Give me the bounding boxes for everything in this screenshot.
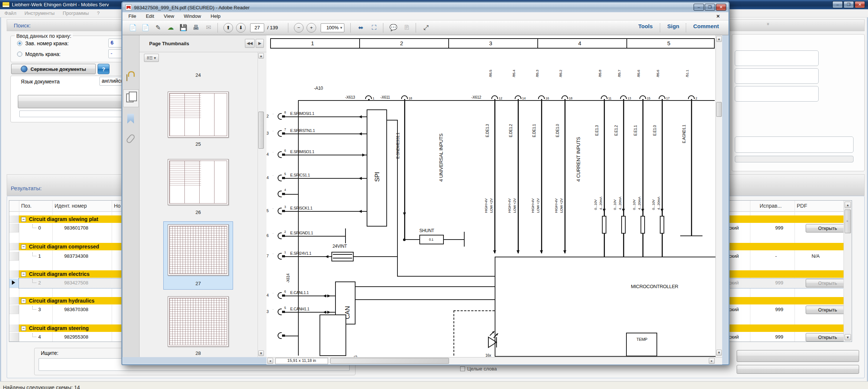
cloud-upload-icon[interactable]: ☁	[166, 23, 176, 33]
whole-words-checkbox[interactable]	[460, 366, 465, 371]
open-pdf-button[interactable]: Открыть	[806, 224, 849, 233]
bookmarks-icon[interactable]	[127, 114, 134, 123]
cell-id: 982955308	[64, 334, 88, 340]
bg-minimize-button[interactable]: –	[832, 1, 843, 8]
zoom-level-select[interactable]: 100%▼	[321, 23, 344, 32]
adobe-menu-view[interactable]: View	[164, 13, 174, 19]
right-bottom-bar-2[interactable]	[737, 365, 859, 374]
print-icon[interactable]: 🖶	[191, 23, 201, 33]
fit-page-icon[interactable]: ⛶	[369, 23, 379, 33]
scroll-left-icon[interactable]: ◂	[267, 358, 273, 364]
thumbnail-content	[169, 298, 227, 345]
page-number-input[interactable]: 27	[250, 23, 264, 32]
right-bottom-bar-1[interactable]	[737, 350, 859, 362]
scroll-right-icon[interactable]: ▸	[709, 358, 715, 364]
next-page-button[interactable]: ⬇	[236, 23, 246, 33]
fullscreen-icon[interactable]: ⤢	[421, 23, 431, 33]
table-scrollbar[interactable]: ▲≡▼	[844, 201, 852, 342]
search-section-label: Поиск:	[14, 22, 31, 29]
bg-menu-0[interactable]: Файл	[4, 10, 16, 16]
collapse-expander-icon[interactable]: −	[21, 244, 26, 249]
document-close-icon[interactable]: ✕	[716, 14, 720, 19]
adobe-menu-window[interactable]: Window	[184, 13, 201, 19]
pdf-document-area[interactable]: 12345-A10/53.2/53.28E.SPIMOSI1.1/53.3/53…	[266, 35, 715, 357]
service-docs-button[interactable]: Сервисные документы	[11, 64, 96, 74]
thumb-options-icon[interactable]: 8☰ ▾	[144, 54, 159, 62]
adobe-titlebar[interactable]: 983427508_999_EN.pdf (SECURED) - Adobe R…	[122, 3, 728, 12]
collapse-left-icon[interactable]: ◀◀	[245, 39, 255, 48]
bg-close-button[interactable]: ✕	[855, 1, 865, 8]
col-header-0[interactable]: Поз.	[21, 203, 32, 209]
collapse-expander-icon[interactable]: −	[21, 326, 26, 331]
tools-button[interactable]: Tools	[638, 23, 653, 29]
adobe-menu-file[interactable]: File	[128, 13, 136, 19]
serial-radio[interactable]	[17, 41, 22, 46]
zoom-dropdown-icon[interactable]: ▼	[340, 24, 343, 32]
hscroll-thumb[interactable]	[330, 358, 449, 364]
vscroll-thumb[interactable]	[716, 102, 722, 117]
thumb-scroll-down-icon[interactable]: ▼	[258, 350, 264, 356]
adobe-minimize-button[interactable]: –	[694, 4, 704, 11]
create-pdf-icon[interactable]: 📄	[140, 23, 151, 33]
col-header-1[interactable]: Идент. номер	[55, 203, 87, 209]
table-scroll-thumb[interactable]: ≡	[845, 210, 851, 233]
thumbnail-page-26[interactable]	[168, 159, 229, 205]
temp-label: TEMP	[636, 337, 647, 342]
collapse-expander-icon[interactable]: −	[21, 272, 26, 277]
comment-button[interactable]: Comment	[693, 23, 719, 29]
adobe-menu-help[interactable]: Help	[211, 13, 221, 19]
bg-menu-3[interactable]: ?	[97, 10, 99, 16]
bg-menu-2[interactable]: Программы	[63, 10, 89, 16]
thumbnail-page-27[interactable]	[168, 224, 229, 276]
right-field-4[interactable]	[735, 136, 854, 153]
security-lock-icon[interactable]	[127, 74, 127, 81]
right-field-1[interactable]	[735, 50, 819, 66]
open-icon[interactable]: 📄	[128, 23, 138, 33]
right-field-3[interactable]	[735, 86, 819, 102]
thumb-scroll-thumb[interactable]	[258, 112, 264, 149]
zoom-in-button[interactable]: +	[307, 23, 316, 33]
pages-tab-active[interactable]	[123, 89, 139, 107]
attachments-icon[interactable]	[125, 133, 135, 144]
thumbnail-page-25[interactable]	[168, 92, 229, 138]
sign-button[interactable]: Sign	[667, 23, 679, 29]
open-pdf-button[interactable]: Открыть	[806, 279, 849, 287]
scroll-down-icon[interactable]: ▼	[716, 350, 722, 356]
right-field-2[interactable]	[735, 68, 819, 84]
col-header-3[interactable]: Исправ...	[760, 203, 782, 209]
table-scroll-down-icon[interactable]: ▼	[845, 334, 851, 340]
thumbnail-page-28[interactable]	[168, 296, 229, 347]
email-icon[interactable]: ✉	[203, 23, 214, 33]
bg-menu-1[interactable]: Инструменты	[24, 10, 55, 16]
prev-page-button[interactable]: ⬆	[223, 23, 233, 33]
adobe-menu-edit[interactable]: Edit	[146, 13, 154, 19]
expand-right-icon[interactable]: ▶	[256, 39, 264, 48]
thumb-scroll-up-icon[interactable]: ▲	[258, 53, 264, 59]
collapse-expander-icon[interactable]: −	[21, 299, 26, 303]
col-header-2[interactable]: Но	[114, 203, 121, 209]
wire	[285, 236, 345, 237]
sign-pen-icon[interactable]: ✎	[153, 23, 163, 33]
bg-maximize-button[interactable]: ❐	[844, 1, 854, 8]
pdf-vscrollbar[interactable]: ▲ ▼	[715, 35, 722, 357]
adobe-maximize-button[interactable]: ❐	[705, 4, 715, 11]
adobe-close-button[interactable]: ✕	[716, 4, 726, 11]
save-icon[interactable]: 💾	[178, 23, 189, 33]
collapse-expander-icon[interactable]: −	[21, 217, 26, 222]
ruler-band	[270, 38, 715, 49]
help-button[interactable]: ?	[98, 64, 109, 74]
col-header-4[interactable]: PDF	[797, 203, 807, 209]
model-radio[interactable]	[17, 52, 22, 57]
pdf-hscrollbar[interactable]: ◂ 15,91 x 11,18 in ▸	[266, 357, 722, 365]
open-pdf-button[interactable]: Открыть	[806, 333, 849, 342]
collapse-chevron-icon[interactable]: »	[766, 23, 771, 25]
open-pdf-button[interactable]: Открыть	[806, 306, 849, 314]
scroll-up-icon[interactable]: ▲	[716, 36, 722, 42]
text-note-icon[interactable]: 🖹	[402, 23, 412, 33]
input-resistor	[660, 216, 664, 234]
fit-width-icon[interactable]: ⬌	[356, 23, 366, 33]
table-scroll-up-icon[interactable]: ▲	[845, 202, 851, 208]
comment-bubble-icon[interactable]: 💬	[388, 23, 399, 33]
zoom-out-button[interactable]: −	[294, 23, 304, 33]
thumb-scrollbar[interactable]: ▲▼	[258, 52, 264, 357]
